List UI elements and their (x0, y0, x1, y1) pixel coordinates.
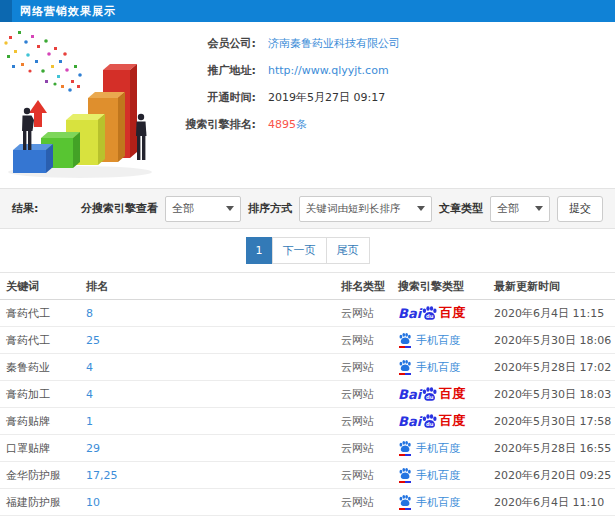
engine-cell: 手机百度 (398, 440, 494, 456)
rank-type-cell: 云网站 (341, 387, 398, 402)
info-section: 会员公司: 济南秦鲁药业科技有限公司 推广地址: http://www.qlyy… (0, 22, 615, 188)
info-row-company: 会员公司: 济南秦鲁药业科技有限公司 (170, 30, 615, 57)
baidu-mobile-logo: 手机百度 (398, 494, 460, 510)
updated-time-cell: 2020年5月30日 18:06 (494, 333, 615, 348)
svg-text:du: du (426, 421, 434, 427)
sort-select[interactable]: 关键词由短到长排序 (299, 196, 432, 222)
caret-down-icon (226, 206, 234, 211)
pagination: 1 下一页 尾页 (0, 229, 615, 272)
updated-time-cell: 2020年6月20日 09:25 (494, 468, 615, 483)
filter-controls: 分搜索引擎查看 全部 排序方式 关键词由短到长排序 文章类型 全部 提交 (81, 196, 603, 222)
page: 网络营销效果展示 (0, 0, 615, 520)
article-type-select[interactable]: 全部 (490, 196, 550, 222)
table-row: 福建防护服 10 云网站 手机百度 2020年6月4日 11:10 (0, 489, 615, 516)
last-page-button[interactable]: 尾页 (326, 237, 370, 264)
caret-down-icon (535, 206, 543, 211)
rank-link[interactable]: 8 (86, 307, 341, 320)
confetti-dots (4, 31, 81, 92)
baidu-mobile-paw-icon (398, 332, 412, 348)
table-row: 膏药代工 8 云网站 Bai du 百度 202 (0, 300, 615, 327)
updated-time-cell: 2020年6月4日 11:15 (494, 306, 615, 321)
baidu-logo: Bai du 百度 (398, 412, 465, 430)
engine-cell: 手机百度 (398, 359, 494, 375)
baidu-mobile-paw-icon (398, 440, 412, 456)
baidu-mobile-paw-icon (398, 494, 412, 510)
table-header: 关键词 排名 排名类型 搜索引擎类型 最新更新时间 (0, 272, 615, 300)
baidu-mobile-logo: 手机百度 (398, 332, 460, 348)
rank-type-cell: 云网站 (341, 360, 398, 375)
engine-cell: Bai du 百度 (398, 412, 494, 430)
baidu-logo: Bai du 百度 (398, 304, 465, 322)
info-row-rank-count: 搜索引擎排名: 4895条 (170, 111, 615, 138)
engine-cell: Bai du 百度 (398, 304, 494, 322)
rank-count-label: 搜索引擎排名: (170, 117, 256, 132)
keyword-rank-table: 关键词 排名 排名类型 搜索引擎类型 最新更新时间 膏药代工 8 云网站 Bai (0, 272, 615, 520)
table-row: 秦鲁药业 4 云网站 手机百度 2020年5月28日 17:02 (0, 354, 615, 381)
next-page-button[interactable]: 下一页 (272, 237, 327, 264)
caret-down-icon (417, 206, 425, 211)
page-number-current[interactable]: 1 (246, 237, 273, 264)
rank-type-cell: 云网站 (341, 306, 398, 321)
keyword-cell: 金华防护服 (6, 468, 86, 483)
svg-text:du: du (426, 313, 434, 319)
updated-time-cell: 2020年5月28日 17:02 (494, 360, 615, 375)
promo-url-link[interactable]: http://www.qlyyjt.com (268, 64, 389, 77)
table-body: 膏药代工 8 云网站 Bai du 百度 202 (0, 300, 615, 520)
baidu-logo: Bai du 百度 (398, 385, 465, 403)
baidu-paw-icon: du (421, 386, 438, 402)
info-row-url: 推广地址: http://www.qlyyjt.com (170, 57, 615, 84)
keyword-cell: 膏药贴牌 (6, 414, 86, 429)
table-row: 膏药代工 25 云网站 手机百度 2020年5月30日 18:06 (0, 327, 615, 354)
businessman-right (136, 114, 147, 160)
engine-filter-select[interactable]: 全部 (165, 196, 241, 222)
baidu-mobile-logo: 手机百度 (398, 359, 460, 375)
bar-blue (13, 144, 53, 173)
filter-bar: 结果: 分搜索引擎查看 全部 排序方式 关键词由短到长排序 文章类型 全部 提交 (0, 188, 615, 229)
table-row: 金华防护服 17,25 云网站 手机百度 2020年6月20日 0 (0, 462, 615, 489)
article-type-label: 文章类型 (439, 201, 483, 216)
submit-button[interactable]: 提交 (557, 196, 603, 222)
rank-type-cell: 云网站 (341, 441, 398, 456)
updated-time-cell: 2020年5月30日 18:03 (494, 387, 615, 402)
table-row: 口罩贴牌 29 云网站 手机百度 2020年5月28日 16:55 (0, 435, 615, 462)
engine-filter-value: 全部 (172, 201, 194, 216)
svg-text:du: du (426, 394, 434, 400)
rank-link[interactable]: 1 (86, 415, 341, 428)
company-info-list: 会员公司: 济南秦鲁药业科技有限公司 推广地址: http://www.qlyy… (170, 22, 615, 188)
engine-cell: 手机百度 (398, 332, 494, 348)
page-title: 网络营销效果展示 (20, 4, 116, 19)
engine-cell: 手机百度 (398, 494, 494, 510)
growth-chart-illustration (0, 26, 170, 186)
rank-link[interactable]: 29 (86, 442, 341, 455)
bar-chart-clipart (0, 26, 170, 186)
info-row-opened: 开通时间: 2019年5月27日 09:17 (170, 84, 615, 111)
open-time-value: 2019年5月27日 09:17 (268, 90, 385, 105)
header-keyword: 关键词 (6, 279, 86, 294)
rank-count-unit: 条 (296, 118, 307, 131)
open-time-label: 开通时间: (170, 90, 256, 105)
keyword-cell: 口罩贴牌 (6, 441, 86, 456)
engine-cell: 手机百度 (398, 467, 494, 483)
rank-type-cell: 云网站 (341, 468, 398, 483)
company-name-link[interactable]: 济南秦鲁药业科技有限公司 (268, 36, 400, 51)
rank-type-cell: 云网站 (341, 414, 398, 429)
engine-filter-label: 分搜索引擎查看 (81, 201, 158, 216)
baidu-mobile-paw-icon (398, 359, 412, 375)
table-row: Bai du 百度 (0, 516, 615, 520)
baidu-mobile-logo: 手机百度 (398, 467, 460, 483)
rank-link[interactable]: 17,25 (86, 469, 341, 482)
rank-count-value: 4895条 (268, 117, 307, 132)
rank-link[interactable]: 4 (86, 361, 341, 374)
rank-type-cell: 云网站 (341, 333, 398, 348)
updated-time-cell: 2020年5月28日 16:55 (494, 441, 615, 456)
rank-link[interactable]: 10 (86, 496, 341, 509)
engine-cell: Bai du 百度 (398, 385, 494, 403)
keyword-cell: 膏药加工 (6, 387, 86, 402)
baidu-mobile-logo: 手机百度 (398, 440, 460, 456)
company-label: 会员公司: (170, 36, 256, 51)
sort-label: 排序方式 (248, 201, 292, 216)
rank-link[interactable]: 4 (86, 388, 341, 401)
keyword-cell: 福建防护服 (6, 495, 86, 510)
rank-link[interactable]: 25 (86, 334, 341, 347)
keyword-cell: 膏药代工 (6, 306, 86, 321)
